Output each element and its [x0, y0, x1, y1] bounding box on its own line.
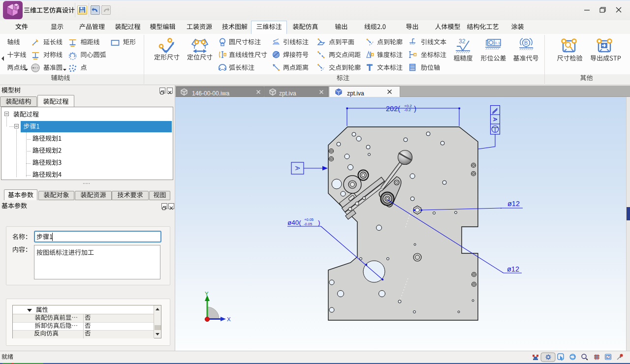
svg-text:-0.05: -0.05	[304, 222, 312, 226]
svg-text:202(: 202(	[386, 105, 400, 113]
svg-text:ø40(: ø40(	[287, 219, 301, 226]
svg-text:ø12: ø12	[507, 200, 520, 208]
svg-text:Y: Y	[205, 291, 209, 297]
svg-text:X: X	[227, 316, 231, 322]
svg-text:-0.2: -0.2	[404, 108, 411, 112]
svg-text:A: A	[294, 166, 301, 171]
svg-text:): )	[318, 219, 320, 226]
svg-text:A: A	[492, 118, 498, 121]
svg-text:): )	[414, 105, 416, 113]
svg-text:ø12: ø12	[507, 265, 519, 273]
